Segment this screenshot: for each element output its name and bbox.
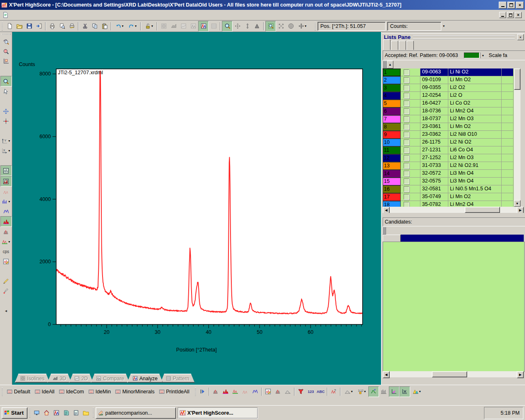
menu-item[interactable] [23, 14, 30, 17]
toolbar-button[interactable] [90, 21, 100, 31]
analysis-toolbar-button[interactable] [240, 387, 250, 397]
analysis-toolbar-button[interactable] [273, 387, 283, 397]
menu-item[interactable] [56, 14, 63, 17]
visible-checkbox[interactable] [404, 93, 409, 98]
pattern-row[interactable]: 5 16-0427 Li Co O2 [383, 100, 514, 107]
pattern-color-swatch[interactable]: 16 [383, 185, 401, 193]
toolbar-button[interactable] [188, 21, 198, 31]
toolbar-button[interactable] [67, 21, 77, 31]
pattern-row[interactable]: 18 35-0782 Li Mn2 O4 [383, 201, 514, 207]
pattern-color-swatch[interactable]: 15 [383, 178, 401, 185]
pattern-color-swatch[interactable]: 6 [383, 107, 401, 115]
pattern-row[interactable]: 12 27-1252 Li2 Mn O3 [383, 154, 514, 162]
visible-checkbox[interactable] [404, 77, 409, 83]
scroll-right-icon[interactable]: ▶ [517, 207, 524, 213]
toolbar-button[interactable] [169, 21, 178, 31]
lists-pane-tab[interactable] [391, 41, 398, 50]
pattern-row[interactable]: 8 23-0361 Li Mn O2 [383, 123, 514, 131]
mdi-close-button[interactable]: × [515, 12, 522, 18]
toolbar-button[interactable] [44, 21, 47, 31]
pattern-color-swatch[interactable]: 7 [383, 115, 401, 123]
visible-checkbox[interactable] [404, 124, 409, 130]
vscroll-thumb[interactable] [514, 68, 520, 90]
graphics-toolbar-button[interactable] [1, 106, 11, 116]
visible-checkbox[interactable] [404, 178, 409, 184]
graphics-toolbar-button[interactable] [1, 276, 11, 286]
pattern-list-hscrollbar[interactable]: ◀ ▶ [383, 207, 524, 213]
graphics-toolbar-button[interactable] [1, 227, 11, 237]
visible-checkbox[interactable] [404, 194, 409, 200]
visible-checkbox[interactable] [404, 171, 409, 176]
toolbar-button[interactable] [178, 21, 188, 31]
analysis-toolbar-button[interactable]: 312 [355, 387, 368, 397]
toolbar-button[interactable] [233, 21, 242, 31]
toolbar-button[interactable] [126, 21, 139, 31]
analysis-toolbar-button[interactable]: ABC [316, 387, 326, 397]
pattern-color-swatch[interactable]: 4 [383, 92, 401, 100]
menu-item[interactable] [63, 14, 69, 17]
lists-pane-tab[interactable] [383, 39, 390, 50]
pattern-color-swatch[interactable]: 11 [383, 146, 401, 154]
candidates-empty-row[interactable] [383, 235, 524, 242]
analysis-toolbar-button[interactable] [208, 387, 211, 397]
analysis-toolbar-button[interactable] [339, 387, 342, 397]
graphics-toolbar-button[interactable] [0, 216, 12, 227]
dropdown-arrow-icon[interactable] [122, 24, 123, 28]
toolbar-button[interactable] [219, 21, 222, 31]
analysis-toolbar-button[interactable] [260, 387, 263, 397]
graphics-toolbar-button[interactable] [1, 286, 11, 296]
toolbar-button[interactable] [47, 21, 57, 31]
graphics-toolbar-button[interactable] [1, 155, 11, 165]
quick-launch-button[interactable] [42, 408, 52, 418]
analysis-toolbar-button[interactable] [263, 387, 273, 397]
pattern-row[interactable]: 4 12-0254 Li2 O [383, 92, 514, 100]
graphics-toolbar-button[interactable] [1, 196, 11, 206]
analysis-toolbar-button[interactable] [399, 386, 410, 397]
graphics-toolbar-button[interactable] [1, 206, 11, 216]
visible-checkbox[interactable] [404, 139, 409, 145]
mdi-document-icon[interactable] [2, 12, 9, 18]
view-tab[interactable]: Compare [91, 374, 129, 383]
pattern-color-swatch[interactable]: 3 [383, 84, 401, 92]
candidate-row-header[interactable] [383, 235, 401, 242]
readout-dropdown-icon[interactable] [443, 24, 445, 28]
analysis-toolbar-button[interactable] [296, 387, 306, 397]
toolbar-button[interactable] [110, 21, 113, 31]
lists-pane-tab[interactable] [406, 41, 414, 50]
toolbar-button[interactable] [142, 21, 155, 31]
graphics-toolbar-button[interactable]: cps [1, 247, 11, 256]
scroll-left-icon[interactable]: ◀ [383, 207, 390, 213]
visible-checkbox[interactable] [404, 100, 409, 106]
graphics-toolbar-button[interactable] [0, 76, 12, 87]
quick-launch-button[interactable] [32, 408, 42, 418]
mdi-minimize-button[interactable] [499, 12, 506, 18]
quick-launch-button[interactable] [71, 408, 81, 418]
visible-checkbox[interactable] [404, 202, 409, 207]
toolbar-button[interactable] [24, 21, 34, 31]
batch-button[interactable]: Default [5, 387, 32, 397]
dropdown-arrow-icon[interactable] [8, 240, 10, 244]
toolbar-button[interactable] [139, 21, 142, 31]
xrd-chart[interactable]: 203040506002000400060008000 [12, 32, 381, 385]
dropdown-arrow-icon[interactable] [8, 200, 10, 203]
pattern-color-swatch[interactable]: 1 [383, 68, 401, 76]
candidates-hscrollbar[interactable]: ◀ ▶ [383, 371, 524, 377]
toolbar-button[interactable] [198, 21, 209, 32]
analysis-toolbar-button[interactable] [211, 387, 221, 397]
mdi-restore-button[interactable] [507, 12, 514, 18]
graphics-toolbar-button[interactable] [1, 66, 11, 76]
analysis-toolbar-button[interactable] [410, 387, 423, 397]
dropdown-arrow-icon[interactable] [419, 390, 421, 393]
visible-checkbox[interactable] [404, 186, 409, 192]
graphics-toolbar-button[interactable]: X [1, 146, 11, 155]
visible-checkbox[interactable] [404, 155, 409, 161]
pattern-row[interactable]: 6 18-0736 Li Mn2 O4 [383, 107, 514, 115]
graphics-toolbar-button[interactable]: ◂ [1, 306, 11, 315]
restore-button[interactable] [507, 2, 515, 9]
pattern-color-swatch[interactable]: 17 [383, 193, 401, 201]
pattern-row[interactable]: 11 27-1231 Li6 Co O4 [383, 146, 514, 154]
toolbar-button[interactable] [222, 21, 233, 32]
toolbar-button[interactable] [100, 21, 110, 31]
analysis-toolbar-button[interactable] [221, 387, 231, 397]
pattern-color-swatch[interactable]: 10 [383, 139, 401, 146]
